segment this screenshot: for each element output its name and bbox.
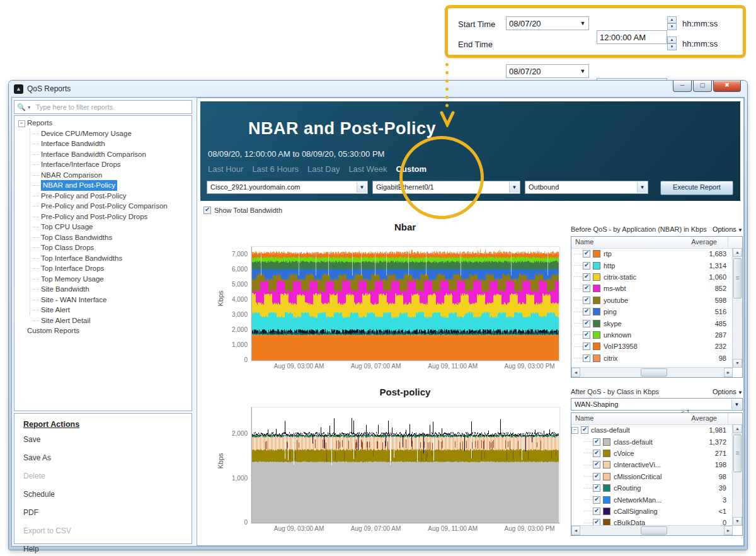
sidebar-item-site-wan-interface[interactable]: Site - WAN Interface: [17, 295, 192, 305]
filter-last-6-hours[interactable]: Last 6 Hours: [252, 164, 299, 174]
checkbox-checked-icon[interactable]: [593, 438, 600, 446]
checkbox-checked-icon[interactable]: [583, 250, 590, 258]
scroll-down-icon[interactable]: ▼: [733, 517, 742, 526]
checkbox-checked-icon[interactable]: [583, 308, 590, 315]
window-titlebar[interactable]: ▲ QoS Reports ─ ▢ ✖: [9, 81, 747, 97]
checkbox-checked-icon[interactable]: [583, 355, 590, 362]
action-export-to-csv: Export to CSV: [23, 526, 192, 545]
post-policy-chart-title: Post-policy: [251, 387, 559, 397]
start-time-field[interactable]: 12:00:00 AM: [597, 30, 667, 44]
horizontal-scrollbar[interactable]: ◄ ►: [571, 367, 733, 377]
action-pdf[interactable]: PDF: [23, 508, 192, 526]
sidebar-item-top-memory-usage[interactable]: Top Memory Usage: [17, 274, 192, 285]
checkbox-checked-icon[interactable]: [583, 343, 590, 350]
filter-last-hour[interactable]: Last Hour: [208, 164, 243, 174]
vertical-scrollbar[interactable]: ▲ ☰ ▼: [732, 248, 742, 368]
sidebar-item-interface-bandwidth-comparison[interactable]: Interface Bandwidth Comparison: [17, 149, 192, 160]
series-color-swatch: [603, 461, 610, 468]
scroll-down-icon[interactable]: ▼: [733, 359, 742, 368]
sidebar-item-site-alert[interactable]: Site Alert: [17, 305, 192, 315]
scroll-up-icon[interactable]: ▲: [733, 424, 742, 433]
checkbox-checked-icon[interactable]: [203, 207, 211, 214]
report-filter-input[interactable]: [35, 103, 189, 111]
scrollbar-thumb[interactable]: [641, 526, 667, 535]
collapse-icon[interactable]: −: [571, 427, 578, 434]
tree-root-custom-reports[interactable]: Custom Reports: [17, 326, 192, 336]
close-button[interactable]: ✖: [713, 81, 741, 92]
sidebar-item-nbar-comparison[interactable]: NBAR Comparison: [17, 170, 192, 181]
series-color-swatch: [593, 343, 600, 350]
start-date-dropdown[interactable]: 08/07/20▼: [506, 16, 589, 30]
sidebar-item-top-class-drops[interactable]: Top Class Drops: [17, 242, 192, 253]
spin-down-icon[interactable]: ▼: [667, 43, 677, 50]
sidebar-item-top-interface-bandwidths[interactable]: Top Interface Bandwidths: [17, 253, 192, 264]
start-time-spinner[interactable]: ▲▼: [667, 16, 677, 30]
post-policy-chart-canvas: [252, 407, 559, 523]
tree-root-reports[interactable]: − Reports: [17, 118, 192, 128]
checkbox-checked-icon[interactable]: [583, 285, 590, 292]
series-color-swatch: [603, 508, 610, 515]
scrollbar-thumb[interactable]: ☰: [733, 434, 742, 472]
before-qos-legend-header: Before QoS - by Application (NBAR) in Kb…: [571, 225, 743, 233]
action-help[interactable]: Help: [23, 545, 192, 556]
end-date-dropdown[interactable]: 08/07/20▼: [506, 64, 589, 78]
sidebar-item-top-interface-drops[interactable]: Top Interface Drops: [17, 263, 192, 274]
checkbox-checked-icon[interactable]: [593, 508, 600, 515]
sidebar-item-top-class-bandwidths[interactable]: Top Class Bandwidths: [17, 232, 192, 243]
checkbox-checked-icon[interactable]: [583, 262, 590, 269]
sidebar-item-pre-policy-and-post-policy-comparison[interactable]: Pre-Policy and Post-Policy Comparison: [17, 201, 192, 212]
filter-last-day[interactable]: Last Day: [307, 164, 340, 174]
before-qos-options-button[interactable]: Options ▼: [713, 225, 743, 233]
scroll-right-icon[interactable]: ►: [724, 526, 733, 535]
scroll-left-icon[interactable]: ◄: [571, 526, 580, 535]
sidebar-item-nbar-and-post-policy[interactable]: NBAR and Post-Policy: [17, 180, 192, 191]
filter-last-week[interactable]: Last Week: [348, 164, 387, 174]
spin-down-icon[interactable]: ▼: [667, 23, 677, 30]
checkbox-checked-icon[interactable]: [593, 496, 600, 504]
checkbox-checked-icon[interactable]: [583, 273, 590, 281]
spin-up-icon[interactable]: ▲: [667, 37, 677, 43]
scroll-up-icon[interactable]: ▲: [733, 248, 742, 257]
checkbox-checked-icon[interactable]: [583, 331, 590, 339]
checkbox-checked-icon[interactable]: [581, 426, 588, 434]
screenshot-root: { "callout": { "start_label": "Start Tim…: [0, 0, 756, 556]
scrollbar-thumb[interactable]: [641, 368, 667, 377]
checkbox-checked-icon[interactable]: [593, 450, 600, 457]
action-schedule[interactable]: Schedule: [23, 490, 192, 508]
sidebar-item-site-alert-detail[interactable]: Site Alert Detail: [17, 315, 192, 326]
series-name: cMissionCritical: [614, 473, 733, 480]
action-save[interactable]: Save: [23, 435, 192, 453]
checkbox-checked-icon[interactable]: [593, 484, 600, 492]
scroll-right-icon[interactable]: ►: [724, 368, 733, 377]
sidebar-item-interface-interface-drops[interactable]: Interface/Interface Drops: [17, 159, 192, 170]
sidebar-item-pre-policy-and-post-policy[interactable]: Pre-Policy and Post-Policy: [17, 191, 192, 201]
action-save-as[interactable]: Save As: [23, 453, 192, 472]
collapse-icon[interactable]: −: [18, 120, 25, 127]
horizontal-scrollbar[interactable]: ◄ ►: [571, 525, 733, 535]
show-total-bandwidth-checkbox[interactable]: Show Total Bandwidth: [203, 207, 282, 214]
checkbox-checked-icon[interactable]: [583, 297, 590, 304]
scroll-left-icon[interactable]: ◄: [571, 368, 580, 377]
sidebar-item-pre-policy-and-post-policy-drops[interactable]: Pre-Policy and Post-Policy Drops: [17, 212, 192, 222]
sidebar-item-device-cpu-memory-usage[interactable]: Device CPU/Memory Usage: [17, 128, 192, 139]
y-tick-label: 2,000: [232, 326, 248, 333]
checkbox-checked-icon[interactable]: [593, 473, 600, 480]
sidebar-item-site-bandwidth[interactable]: Site Bandwidth: [17, 284, 192, 295]
before-qos-legend-listbox: Name Average rtp1,683http1,314citrix-sta…: [571, 236, 743, 378]
policy-dropdown[interactable]: WAN-Shaping▼: [571, 398, 743, 411]
minimize-button[interactable]: ─: [673, 81, 692, 92]
checkbox-checked-icon[interactable]: [593, 461, 600, 468]
direction-dropdown[interactable]: Outbound▼: [525, 181, 648, 194]
after-qos-options-button[interactable]: Options ▼: [713, 388, 743, 395]
maximize-button[interactable]: ▢: [693, 81, 712, 92]
end-time-spinner[interactable]: ▲▼: [667, 37, 677, 50]
spin-up-icon[interactable]: ▲: [667, 16, 677, 23]
execute-report-button[interactable]: Execute Report: [660, 181, 733, 195]
scrollbar-thumb[interactable]: ☰: [733, 258, 742, 298]
vertical-scrollbar[interactable]: ▲ ☰ ▼: [732, 424, 742, 526]
series-average: 1,683: [709, 250, 726, 258]
sidebar-item-top-cpu-usage[interactable]: Top CPU Usage: [17, 222, 192, 232]
device-dropdown[interactable]: Cisco_2921.yourdomain.com▼: [207, 181, 368, 194]
sidebar-item-interface-bandwidth[interactable]: Interface Bandwidth: [17, 139, 192, 149]
checkbox-checked-icon[interactable]: [583, 320, 590, 327]
